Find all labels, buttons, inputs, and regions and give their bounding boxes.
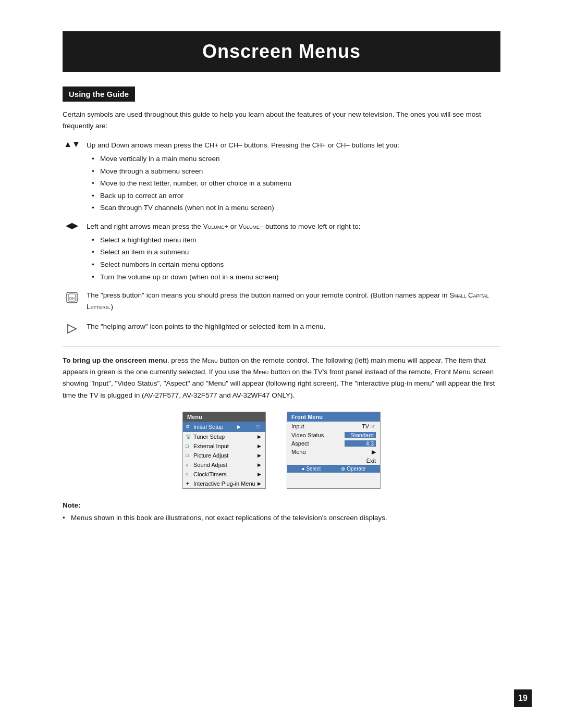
item-icon: ⚙ [186, 424, 190, 429]
row-value-highlighted: Standard [345, 432, 376, 438]
front-menu-bottom: ● Select ⊕ Operate [287, 465, 380, 473]
front-menu-row-video: Video Status Standard [287, 431, 380, 439]
menu-item-tuner: 📡 Tuner Setup ▶ [183, 432, 265, 441]
list-item: Select a highlighted menu item [92, 235, 500, 246]
leftright-content: Left and right arrows mean press the Vol… [87, 221, 500, 283]
menu-item-label: Sound Adjust [193, 462, 227, 468]
updown-main-text: Up and Down arrows mean press the CH+ or… [87, 140, 500, 151]
list-item: OK The "press button" icon means you sho… [63, 290, 500, 315]
list-item: Turn the volume up or down (when not in … [92, 272, 500, 283]
leftright-arrow-icon: ◀▶ [63, 221, 81, 230]
list-item: Move to the next letter, number, or othe… [92, 178, 500, 189]
menu-item-external: □ External Input ▶ [183, 441, 265, 451]
updown-arrow-icon: ▲▼ [63, 140, 81, 149]
help-arrow-svg [65, 322, 79, 336]
row-value: ▶ [345, 449, 376, 455]
leftright-bullets: Select a highlighted menu item Select an… [92, 235, 500, 282]
row-label: Menu [291, 449, 345, 455]
front-menu-exit: Exit [287, 456, 380, 465]
arrow-icon: ▶ [258, 434, 261, 439]
intro-text: Certain symbols are used throughout this… [63, 109, 500, 131]
list-item: Scan through TV channels (when not in a … [92, 202, 500, 214]
press-btn-svg: OK [65, 290, 79, 305]
list-item: Move through a submenu screen [92, 166, 500, 177]
menu-item-label: Interactive Plug-in Menu [193, 480, 255, 487]
front-menu-row-menu: Menu ▶ [287, 448, 380, 456]
item-icon: □ [186, 443, 188, 449]
updown-content: Up and Down arrows mean press the CH+ or… [87, 140, 500, 215]
helparrow-main-text: The "helping arrow" icon points to the h… [87, 321, 500, 332]
page-container: Onscreen Menus Using the Guide Certain s… [0, 0, 563, 728]
menu-item-initial-setup: ⚙ Initial Setup ▶ ☞ [183, 422, 265, 432]
menu-item-clock: ○ Clock/Timers ▶ [183, 470, 265, 479]
note-list: Menus shown in this book are illustratio… [63, 512, 500, 524]
arrow-icon: ▶ [237, 424, 241, 429]
section-header-text: Using the Guide [69, 90, 129, 98]
bottom-operate: ⊕ Operate [341, 466, 365, 472]
list-item: Move vertically in a main menu screen [92, 153, 500, 165]
help-arrow-icon [63, 322, 81, 338]
list-item: ◀▶ Left and right arrows mean press the … [63, 221, 500, 283]
menu-item-label: Picture Adjust [193, 452, 228, 459]
left-menu: Menu ⚙ Initial Setup ▶ ☞ 📡 Tuner Setup ▶… [182, 412, 266, 489]
row-label: Input [291, 423, 338, 429]
pressbtn-main-text: The "press button" icon means you should… [87, 290, 500, 313]
bottom-select: ● Select [302, 466, 321, 472]
list-item: ▲▼ Up and Down arrows mean press the CH+… [63, 140, 500, 215]
list-item: Back up to correct an error [92, 190, 500, 202]
page-title: Onscreen Menus [202, 41, 361, 62]
cursor-icon: ☞ [370, 423, 376, 430]
svg-marker-3 [68, 325, 76, 333]
press-button-icon: OK [63, 290, 81, 306]
title-banner: Onscreen Menus [63, 31, 500, 72]
divider [63, 346, 500, 347]
cursor-icon: ☞ [255, 423, 261, 430]
menu-item-label: Clock/Timers [193, 471, 227, 477]
front-menu-row-aspect: Aspect 4:3 [287, 439, 380, 448]
bold-phrase: To bring up the onscreen menu [63, 356, 167, 364]
list-item: Menus shown in this book are illustratio… [63, 512, 500, 524]
symbol-list: ▲▼ Up and Down arrows mean press the CH+… [63, 140, 500, 338]
exit-label: Exit [366, 458, 376, 464]
row-value-highlighted: 4:3 [345, 440, 376, 447]
leftright-main-text: Left and right arrows mean press the Vol… [87, 221, 500, 232]
note-label: Note: [63, 501, 500, 509]
arrow-icon: ▶ [258, 472, 261, 477]
item-icon: ○ [186, 472, 188, 477]
item-icon: ♪ [186, 462, 188, 467]
menu-item-label: Tuner Setup [193, 434, 225, 440]
arrow-icon: ▶ [258, 453, 261, 458]
row-label: Video Status [291, 432, 345, 438]
helparrow-content: The "helping arrow" icon points to the h… [87, 321, 500, 335]
list-item: Select an item in a submenu [92, 246, 500, 258]
front-menu-row-input: Input TV ☞ [287, 422, 380, 431]
row-value: TV [338, 423, 369, 429]
arrow-icon: ▶ [258, 443, 261, 449]
menu-item-plugin: ✦ Interactive Plug-in Menu ▶ [183, 479, 265, 488]
section-header: Using the Guide [63, 87, 135, 102]
menu-screenshots: Menu ⚙ Initial Setup ▶ ☞ 📡 Tuner Setup ▶… [63, 412, 500, 489]
list-item: Select numbers in certain menu options [92, 259, 500, 270]
item-icon: 📡 [186, 434, 191, 439]
right-menu: Front Menu Input TV ☞ Video Status Stand… [287, 412, 381, 489]
pressbtn-content: The "press button" icon means you should… [87, 290, 500, 315]
menu-item-label: External Input [193, 443, 229, 449]
item-icon: ✦ [186, 481, 190, 486]
body-paragraph: To bring up the onscreen menu, press the… [63, 355, 500, 401]
left-menu-title: Menu [183, 412, 265, 422]
arrow-icon: ▶ [258, 462, 261, 467]
arrow-icon: ▶ [258, 481, 261, 486]
updown-bullets: Move vertically in a main menu screen Mo… [92, 153, 500, 214]
note-section: Note: Menus shown in this book are illus… [63, 501, 500, 524]
page-number: 19 [514, 689, 532, 707]
menu-item-label: Initial Setup [193, 424, 223, 430]
menu-item-sound: ♪ Sound Adjust ▶ [183, 460, 265, 470]
item-icon: □ [186, 453, 188, 458]
row-label: Aspect [291, 440, 345, 447]
svg-text:OK: OK [69, 296, 75, 301]
right-menu-title: Front Menu [287, 412, 380, 422]
menu-item-picture: □ Picture Adjust ▶ [183, 451, 265, 460]
list-item: The "helping arrow" icon points to the h… [63, 321, 500, 338]
